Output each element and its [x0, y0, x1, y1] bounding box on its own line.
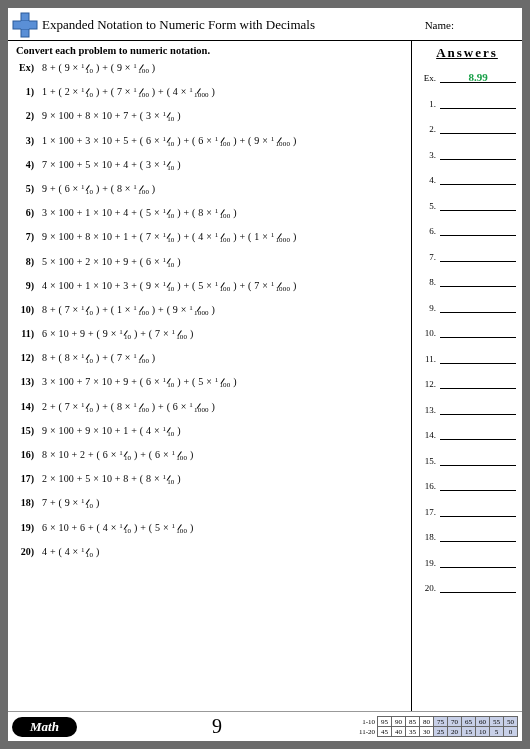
- problem-row: 16)8 × 10 + 2 + ( 6 × 110 ) + ( 6 × 1100…: [16, 449, 405, 460]
- svg-rect-2: [21, 21, 29, 29]
- answer-row: 6.: [418, 224, 516, 236]
- answer-label: 4.: [418, 175, 436, 185]
- problem-row: 17)2 × 100 + 5 × 10 + 8 + ( 8 × 110 ): [16, 473, 405, 484]
- footer: Math 9 1-109590858075706560555011-204540…: [8, 711, 522, 741]
- problem-number: 11): [16, 328, 34, 339]
- answer-label: 17.: [418, 507, 436, 517]
- problem-number: Ex): [16, 62, 34, 73]
- problem-expression: 2 + ( 7 × 110 ) + ( 8 × 1100 ) + ( 6 × 1…: [42, 401, 215, 412]
- score-cell: 55: [490, 717, 504, 727]
- answer-blank[interactable]: [440, 428, 516, 440]
- answer-label: 14.: [418, 430, 436, 440]
- problem-row: 18)7 + ( 9 × 110 ): [16, 497, 405, 508]
- page-title: Expanded Notation to Numeric Form with D…: [42, 17, 421, 33]
- answer-row: 15.: [418, 454, 516, 466]
- problem-number: 18): [16, 497, 34, 508]
- answer-label: 16.: [418, 481, 436, 491]
- answer-blank[interactable]: [440, 275, 516, 287]
- score-cell: 45: [378, 727, 392, 737]
- problems-column: Convert each problem to numeric notation…: [8, 41, 412, 711]
- header: Expanded Notation to Numeric Form with D…: [8, 8, 522, 41]
- answer-blank[interactable]: [440, 97, 516, 109]
- score-cell: 10: [476, 727, 490, 737]
- score-cell: 90: [392, 717, 406, 727]
- problem-row: 8)5 × 100 + 2 × 10 + 9 + ( 6 × 110 ): [16, 256, 405, 267]
- problem-expression: 7 × 100 + 5 × 10 + 4 + ( 3 × 110 ): [42, 159, 181, 170]
- score-cell: 80: [420, 717, 434, 727]
- answer-label: 5.: [418, 201, 436, 211]
- plus-logo-icon: [12, 12, 38, 38]
- answer-label: 2.: [418, 124, 436, 134]
- score-cell: 30: [420, 727, 434, 737]
- problem-number: 16): [16, 449, 34, 460]
- problem-number: 19): [16, 522, 34, 533]
- problem-number: 5): [16, 183, 34, 194]
- answer-label: 13.: [418, 405, 436, 415]
- body: Convert each problem to numeric notation…: [8, 41, 522, 711]
- problem-row: 10)8 + ( 7 × 110 ) + ( 1 × 1100 ) + ( 9 …: [16, 304, 405, 315]
- score-cell: 65: [462, 717, 476, 727]
- answer-row: 3.: [418, 148, 516, 160]
- problem-expression: 9 × 100 + 9 × 10 + 1 + ( 4 × 110 ): [42, 425, 181, 436]
- answer-blank[interactable]: [440, 199, 516, 211]
- answer-label: 12.: [418, 379, 436, 389]
- problem-row: 14)2 + ( 7 × 110 ) + ( 8 × 1100 ) + ( 6 …: [16, 401, 405, 412]
- problem-number: 8): [16, 256, 34, 267]
- score-cell: 5: [490, 727, 504, 737]
- answer-label: 3.: [418, 150, 436, 160]
- problem-expression: 8 × 10 + 2 + ( 6 × 110 ) + ( 6 × 1100 ): [42, 449, 194, 460]
- answer-blank[interactable]: [440, 148, 516, 160]
- problem-row: 19)6 × 10 + 6 + ( 4 × 110 ) + ( 5 × 1100…: [16, 522, 405, 533]
- score-cell: 20: [448, 727, 462, 737]
- answer-blank[interactable]: [440, 326, 516, 338]
- answer-blank[interactable]: [440, 505, 516, 517]
- answer-row: 16.: [418, 479, 516, 491]
- problem-number: 20): [16, 546, 34, 557]
- answer-blank[interactable]: [440, 377, 516, 389]
- answer-blank[interactable]: [440, 581, 516, 593]
- answer-row: 20.: [418, 581, 516, 593]
- answer-row: 12.: [418, 377, 516, 389]
- answer-blank[interactable]: [440, 454, 516, 466]
- problem-number: 9): [16, 280, 34, 291]
- problem-number: 3): [16, 135, 34, 146]
- answer-row: 19.: [418, 556, 516, 568]
- answer-blank[interactable]: 8.99: [440, 71, 516, 83]
- answer-blank[interactable]: [440, 479, 516, 491]
- problem-expression: 3 × 100 + 1 × 10 + 4 + ( 5 × 110 ) + ( 8…: [42, 207, 237, 218]
- answer-row: 14.: [418, 428, 516, 440]
- problem-row: 20)4 + ( 4 × 110 ): [16, 546, 405, 557]
- instruction: Convert each problem to numeric notation…: [16, 45, 405, 56]
- problem-row: 13)3 × 100 + 7 × 10 + 9 + ( 6 × 110 ) + …: [16, 376, 405, 387]
- answer-blank[interactable]: [440, 224, 516, 236]
- score-cell: 15: [462, 727, 476, 737]
- problem-expression: 4 × 100 + 1 × 10 + 3 + ( 9 × 110 ) + ( 5…: [42, 280, 296, 291]
- problem-expression: 9 + ( 6 × 110 ) + ( 8 × 1100 ): [42, 183, 155, 194]
- answer-blank[interactable]: [440, 352, 516, 364]
- worksheet-page: Expanded Notation to Numeric Form with D…: [8, 8, 522, 741]
- answer-row: 11.: [418, 352, 516, 364]
- answer-blank[interactable]: [440, 301, 516, 313]
- problem-row: 12)8 + ( 8 × 110 ) + ( 7 × 1100 ): [16, 352, 405, 363]
- answer-blank[interactable]: [440, 173, 516, 185]
- answer-label: 20.: [418, 583, 436, 593]
- answer-row: 4.: [418, 173, 516, 185]
- answer-row: Ex.8.99: [418, 71, 516, 83]
- problem-number: 17): [16, 473, 34, 484]
- answer-blank[interactable]: [440, 530, 516, 542]
- problem-row: 6)3 × 100 + 1 × 10 + 4 + ( 5 × 110 ) + (…: [16, 207, 405, 218]
- answer-blank[interactable]: [440, 250, 516, 262]
- answer-label: 9.: [418, 303, 436, 313]
- page-number: 9: [81, 715, 353, 738]
- answer-blank[interactable]: [440, 556, 516, 568]
- score-row-label: 1-10: [357, 717, 378, 727]
- problem-row: 2)9 × 100 + 8 × 10 + 7 + ( 3 × 110 ): [16, 110, 405, 121]
- answer-label: 15.: [418, 456, 436, 466]
- answer-blank[interactable]: [440, 122, 516, 134]
- answers-column: Answers Ex.8.991.2.3.4.5.6.7.8.9.10.11.1…: [412, 41, 522, 711]
- answer-blank[interactable]: [440, 403, 516, 415]
- answer-label: 11.: [418, 354, 436, 364]
- problem-row: 15)9 × 100 + 9 × 10 + 1 + ( 4 × 110 ): [16, 425, 405, 436]
- problem-expression: 4 + ( 4 × 110 ): [42, 546, 99, 557]
- problem-expression: 7 + ( 9 × 110 ): [42, 497, 99, 508]
